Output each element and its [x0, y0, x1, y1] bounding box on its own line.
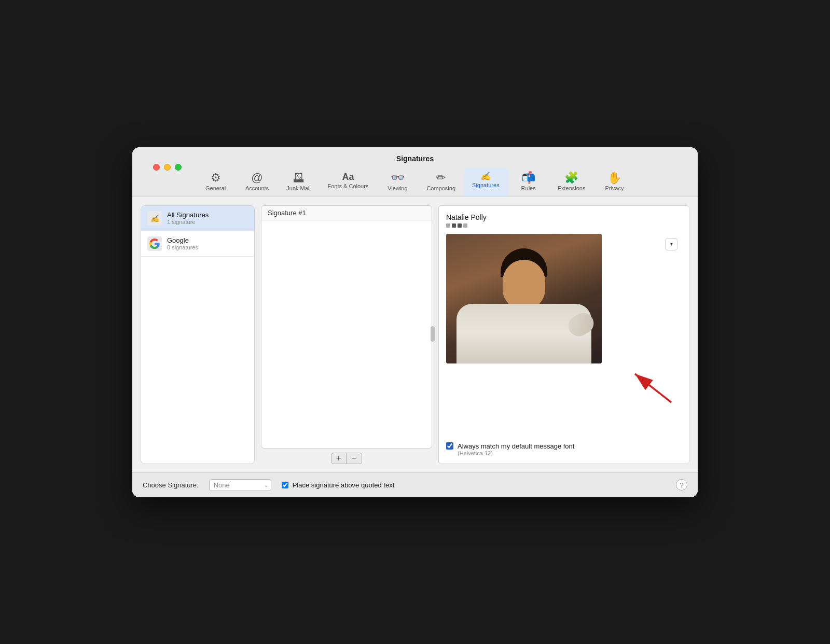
- at-icon: @: [251, 172, 262, 184]
- preview-dots: [446, 223, 682, 228]
- window-title: Signatures: [396, 155, 434, 163]
- checkbox-section: Always match my default message font (He…: [446, 436, 682, 456]
- toolbar-label-fonts-colours: Fonts & Colours: [328, 183, 369, 189]
- divider-handle-right[interactable]: [431, 326, 435, 342]
- help-button[interactable]: ?: [676, 479, 687, 491]
- title-bar: Signatures ⚙ General @ Accounts 🗳 Junk M…: [132, 147, 698, 197]
- content-area: ✍ All Signatures 1 signature: [132, 197, 698, 497]
- preview-image-container: ▾: [446, 234, 682, 363]
- match-font-row: Always match my default message font: [446, 436, 682, 450]
- image-dropdown-button[interactable]: ▾: [665, 238, 677, 250]
- toolbar-label-composing: Composing: [426, 185, 455, 191]
- all-signatures-name: All Signatures: [167, 211, 209, 219]
- bottom-bar: Choose Signature: None ⌄ Place signature…: [132, 472, 698, 497]
- preview-photo: [446, 234, 602, 363]
- toolbar-item-privacy[interactable]: ✋ Privacy: [593, 168, 635, 197]
- zoom-button[interactable]: [175, 164, 182, 171]
- fonts-icon: Aa: [342, 172, 354, 181]
- place-sig-checkbox[interactable]: [282, 482, 288, 488]
- toolbar-label-extensions: Extensions: [558, 185, 586, 191]
- google-sig-name: Google: [167, 236, 198, 244]
- dot-2: [452, 223, 456, 228]
- google-sig-text: Google 0 signatures: [167, 236, 198, 250]
- junk-mail-icon: 🗳: [293, 172, 305, 184]
- signature-name-bar: Signature #1: [261, 205, 432, 220]
- rules-icon: 📬: [521, 172, 535, 184]
- red-arrow-annotation: [614, 366, 676, 408]
- add-signature-button[interactable]: +: [331, 453, 347, 464]
- svg-line-1: [635, 374, 671, 402]
- photo-face: [503, 260, 545, 309]
- toolbar-item-rules[interactable]: 📬 Rules: [508, 168, 549, 197]
- traffic-lights: [153, 164, 182, 171]
- choose-sig-select[interactable]: None: [209, 479, 271, 491]
- middle-panel: Signature #1 + −: [261, 205, 432, 464]
- toolbar-label-viewing: Viewing: [388, 185, 407, 191]
- bottom-controls: + −: [261, 449, 432, 464]
- sig-list-all-signatures[interactable]: ✍ All Signatures 1 signature: [141, 206, 254, 231]
- toolbar-item-signatures[interactable]: ✍ Signatures: [464, 168, 508, 197]
- chevron-down-icon: ▾: [670, 241, 673, 247]
- toolbar-item-general[interactable]: ⚙ General: [195, 168, 237, 197]
- sig-list-google[interactable]: Google 0 signatures: [141, 231, 254, 257]
- google-sig-count: 0 signatures: [167, 244, 198, 250]
- toolbar-label-junk-mail: Junk Mail: [286, 185, 310, 191]
- toolbar-item-junk-mail[interactable]: 🗳 Junk Mail: [278, 168, 320, 197]
- toolbar-label-privacy: Privacy: [605, 185, 624, 191]
- main-content: ✍ All Signatures 1 signature: [132, 197, 698, 472]
- toolbar-label-signatures: Signatures: [472, 182, 500, 188]
- dot-4: [463, 223, 467, 228]
- place-sig-label: Place signature above quoted text: [293, 481, 395, 489]
- extensions-icon: 🧩: [564, 172, 578, 184]
- match-font-checkbox[interactable]: [446, 442, 453, 450]
- signature-content-area[interactable]: [261, 220, 432, 449]
- toolbar-item-composing[interactable]: ✏ Composing: [418, 168, 464, 197]
- main-window: Signatures ⚙ General @ Accounts 🗳 Junk M…: [132, 147, 698, 497]
- signatures-icon: ✍: [480, 172, 491, 180]
- place-sig-row: Place signature above quoted text: [282, 481, 395, 489]
- signature-name: Signature #1: [268, 209, 306, 217]
- right-panel: Natalie Polly: [438, 205, 689, 464]
- choose-sig-select-wrapper: None ⌄: [209, 479, 271, 491]
- viewing-icon: 👓: [391, 172, 405, 184]
- font-hint: (Helvetica 12): [458, 450, 682, 456]
- minimize-button[interactable]: [164, 164, 171, 171]
- all-signatures-icon: ✍: [147, 211, 162, 226]
- toolbar: ⚙ General @ Accounts 🗳 Junk Mail Aa Font…: [143, 168, 687, 197]
- match-font-label: Always match my default message font: [458, 442, 574, 450]
- gear-icon: ⚙: [211, 172, 221, 184]
- toolbar-item-extensions[interactable]: 🧩 Extensions: [549, 168, 594, 197]
- left-panel: ✍ All Signatures 1 signature: [141, 205, 255, 464]
- toolbar-item-accounts[interactable]: @ Accounts: [237, 168, 278, 197]
- toolbar-label-rules: Rules: [521, 185, 536, 191]
- all-signatures-text: All Signatures 1 signature: [167, 211, 209, 225]
- toolbar-label-accounts: Accounts: [245, 185, 269, 191]
- preview-header: Natalie Polly: [446, 213, 682, 229]
- close-button[interactable]: [153, 164, 160, 171]
- choose-sig-label: Choose Signature:: [143, 481, 199, 489]
- privacy-icon: ✋: [607, 172, 621, 184]
- toolbar-label-general: General: [205, 185, 226, 191]
- remove-signature-button[interactable]: −: [347, 453, 362, 464]
- preview-name: Natalie Polly: [446, 213, 682, 221]
- toolbar-item-viewing[interactable]: 👓 Viewing: [377, 168, 418, 197]
- annotation-area: [446, 363, 682, 405]
- dot-3: [458, 223, 462, 228]
- google-icon: [147, 236, 162, 251]
- dot-1: [446, 223, 450, 228]
- toolbar-item-fonts-colours[interactable]: Aa Fonts & Colours: [320, 168, 377, 197]
- all-signatures-count: 1 signature: [167, 219, 209, 225]
- composing-icon: ✏: [436, 172, 446, 184]
